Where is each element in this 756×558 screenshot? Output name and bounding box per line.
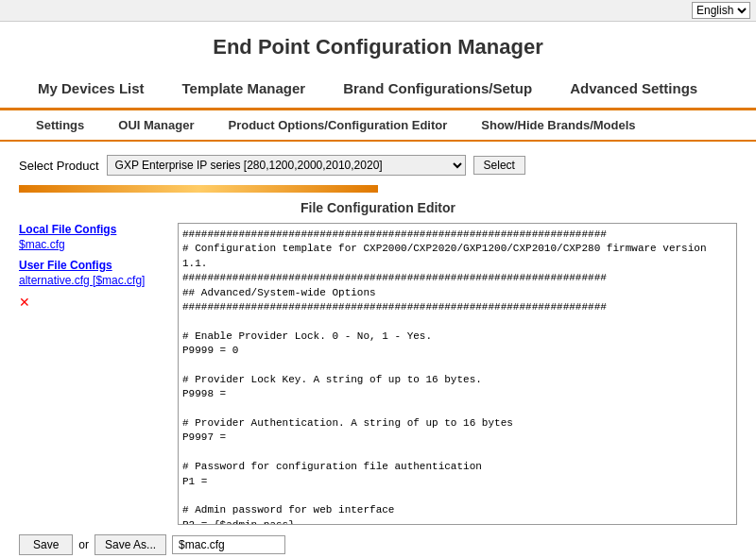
user-file-configs-title[interactable]: User File Configs [19,259,170,272]
product-select-label: Select Product [19,159,99,173]
save-as-button[interactable]: Save As... [94,534,166,555]
save-button[interactable]: Save [19,534,73,555]
app-title: End Point Configuration Manager [0,22,756,69]
local-file-configs-title[interactable]: Local File Configs [19,223,170,236]
product-select-dropdown[interactable]: GXP Enterprise IP series [280,1200,2000,… [107,155,466,176]
delete-icon[interactable]: ✕ [19,295,30,310]
gradient-bar [19,185,378,193]
text-editor-wrapper [178,223,737,525]
or-label: or [78,538,89,551]
subnav-product-options[interactable]: Product Options/Configuration Editor [211,110,464,140]
subnav-show-hide-brands[interactable]: Show/Hide Brands/Models [464,110,652,140]
filename-input[interactable] [172,535,285,554]
select-button[interactable]: Select [473,156,525,175]
product-select-row: Select Product GXP Enterprise IP series … [19,151,737,179]
main-nav: My Devices List Template Manager Brand C… [0,69,756,110]
user-file-link[interactable]: alternative.cfg [$mac.cfg] [19,274,170,287]
nav-item-template-manager[interactable]: Template Manager [163,69,325,108]
sub-nav: Settings OUI Manager Product Options/Con… [0,110,756,142]
content-area: Select Product GXP Enterprise IP series … [0,142,756,558]
local-file-link[interactable]: $mac.cfg [19,238,170,251]
nav-item-my-devices-list[interactable]: My Devices List [19,69,163,108]
save-row: Save or Save As... [19,531,737,558]
left-panel: Local File Configs $mac.cfg User File Co… [19,223,170,525]
subnav-settings[interactable]: Settings [19,110,101,140]
file-config-title: File Configuration Editor [19,200,737,215]
language-select[interactable]: English [692,2,750,19]
nav-item-brand-configurations[interactable]: Brand Configurations/Setup [324,69,551,108]
language-bar: English [0,0,756,22]
config-text-editor[interactable] [179,224,736,524]
subnav-oui-manager[interactable]: OUI Manager [101,110,211,140]
editor-area: Local File Configs $mac.cfg User File Co… [19,223,737,525]
nav-item-advanced-settings[interactable]: Advanced Settings [551,69,716,108]
